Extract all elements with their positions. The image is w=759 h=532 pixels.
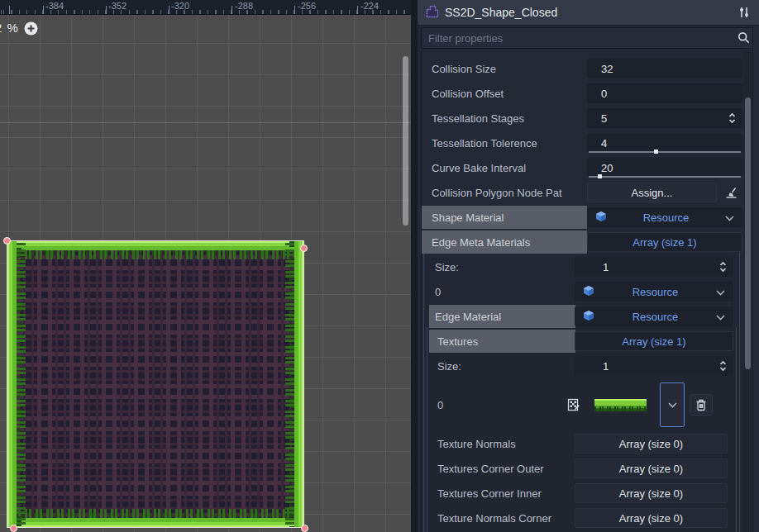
slider-grabber[interactable] bbox=[654, 150, 658, 154]
search-icon bbox=[738, 31, 750, 46]
collision-offset-field[interactable]: 0 bbox=[587, 83, 742, 103]
property-list: Collision Size 32 Collision Offset 0 Tes… bbox=[421, 51, 756, 532]
ruler-label: -352 bbox=[108, 1, 126, 11]
inspector-header: SS2D_Shape_Closed bbox=[418, 0, 759, 26]
property-row-textures-corner-outer: Textures Corner Outer Array (size 0) bbox=[422, 456, 756, 481]
property-row-collision-offset: Collision Offset 0 bbox=[422, 81, 756, 106]
property-row-tessellation-tolerence: Tessellation Tolerence 4 bbox=[422, 131, 756, 155]
slider-grabber[interactable] bbox=[598, 174, 602, 178]
curve-bake-interval-slider[interactable]: 20 bbox=[587, 158, 742, 178]
property-row-array-size: Size: 1 bbox=[422, 254, 756, 279]
shape-fill-texture bbox=[12, 248, 298, 520]
property-row-array-item-0: 0 Resource bbox=[422, 279, 756, 304]
assign-node-path-button[interactable]: Assign... bbox=[587, 183, 717, 202]
property-row-textures-corner-inner: Textures Corner Inner Array (size 0) bbox=[422, 481, 756, 506]
shape-material-resource-button[interactable]: Resource bbox=[587, 207, 742, 227]
tessellation-tolerence-slider[interactable]: 4 bbox=[587, 133, 742, 153]
tessellation-stages-spinbox[interactable]: 5 bbox=[587, 108, 742, 128]
spinner-updown-icon[interactable] bbox=[718, 261, 728, 275]
edge-material-resource-button[interactable]: Resource bbox=[575, 306, 733, 326]
chevron-down-icon bbox=[725, 211, 734, 224]
shape-point-handle[interactable] bbox=[300, 245, 308, 252]
ruler-label: -384 bbox=[45, 1, 64, 11]
godot-editor: -384 -352 -320 -288 -256 -224 2 % bbox=[0, 0, 759, 532]
property-row-array-size: Size: 1 bbox=[422, 354, 756, 378]
tune-icon[interactable] bbox=[738, 6, 751, 19]
shape-node-icon bbox=[426, 5, 439, 21]
slider-track[interactable] bbox=[589, 151, 741, 153]
textures-corner-outer-array-button[interactable]: Array (size 0) bbox=[575, 458, 728, 478]
textures-corner-inner-array-button[interactable]: Array (size 0) bbox=[575, 483, 728, 503]
canvas-area[interactable]: 2 % bbox=[0, 15, 411, 532]
array-size-spinbox[interactable]: 1 bbox=[575, 356, 733, 376]
spinner-updown-icon[interactable] bbox=[718, 360, 728, 374]
chevron-down-icon bbox=[716, 311, 725, 323]
array-size-spinbox[interactable]: 1 bbox=[575, 257, 733, 277]
inspector-node-title: SS2D_Shape_Closed bbox=[445, 6, 738, 19]
panel-separator[interactable] bbox=[411, 0, 418, 532]
shape-edge-bottom bbox=[7, 509, 303, 527]
edge-meta-item0-resource-button[interactable]: Resource bbox=[575, 282, 733, 302]
shape-edge-top bbox=[7, 241, 303, 259]
zoom-percentage: 2 % bbox=[0, 21, 19, 35]
property-row-curve-bake-interval: Curve Bake Interval 20 bbox=[422, 155, 756, 180]
canvas-viewport[interactable]: -384 -352 -320 -288 -256 -224 2 % bbox=[0, 0, 411, 532]
edge-meta-materials-array-button[interactable]: Array (size 1) bbox=[587, 232, 742, 252]
textures-array-button[interactable]: Array (size 1) bbox=[575, 331, 733, 351]
chevron-down-icon bbox=[716, 286, 725, 298]
property-row-shape-material: Shape Material Resource bbox=[422, 205, 756, 230]
inspector-panel: SS2D_Shape_Closed bbox=[418, 0, 759, 532]
ruler-label: -224 bbox=[360, 1, 379, 11]
property-row-tessellation-stages: Tessellation Stages 5 bbox=[422, 106, 756, 131]
shape-point-handle[interactable] bbox=[3, 237, 11, 245]
property-row-texture-normals-corner: Texture Normals Corner Array (size 0) bbox=[422, 506, 756, 530]
property-row-edge-material: Edge Material Resource bbox=[422, 304, 756, 329]
property-row-textures: Textures Array (size 1) bbox=[422, 329, 756, 354]
property-row-texture-normals: Texture Normals Array (size 0) bbox=[422, 431, 756, 456]
horizontal-ruler: -384 -352 -320 -288 -256 -224 bbox=[0, 0, 411, 15]
resource-cube-icon bbox=[583, 310, 594, 324]
ruler-label: -256 bbox=[298, 1, 316, 11]
property-row-texture-item-0: 0 bbox=[422, 378, 756, 431]
inspector-right-margin bbox=[752, 26, 759, 532]
clear-icon[interactable] bbox=[720, 183, 742, 202]
filter-bar bbox=[421, 27, 756, 49]
shape-point-handle[interactable] bbox=[301, 525, 308, 532]
filter-properties-input[interactable] bbox=[421, 27, 756, 49]
property-row-collision-size: Collision Size 32 bbox=[422, 56, 756, 81]
shape-point-handle[interactable] bbox=[10, 525, 17, 532]
texture-normals-array-button[interactable]: Array (size 0) bbox=[575, 434, 728, 454]
shape-edge-right bbox=[285, 241, 303, 527]
viewport-scrollbar[interactable] bbox=[403, 56, 408, 226]
property-row-edge-meta-materials: Edge Meta Materials Array (size 1) bbox=[422, 230, 756, 254]
resource-cube-icon bbox=[583, 285, 594, 299]
grid-major-line bbox=[0, 122, 411, 123]
resource-cube-icon bbox=[595, 211, 607, 225]
zoom-in-icon[interactable] bbox=[24, 21, 38, 36]
ruler-label: -288 bbox=[235, 1, 253, 11]
ss2d-shape[interactable] bbox=[7, 240, 304, 528]
collision-size-field[interactable]: 32 bbox=[587, 59, 742, 78]
property-row-collision-polygon-node-path: Collision Polygon Node Pat Assign... bbox=[422, 180, 756, 205]
spinner-updown-icon[interactable] bbox=[727, 112, 738, 126]
shape-edge-left bbox=[7, 241, 26, 527]
texture-normals-corner-array-button[interactable]: Array (size 0) bbox=[575, 508, 728, 528]
slider-track[interactable] bbox=[589, 176, 741, 178]
ruler-label: -320 bbox=[171, 1, 189, 11]
